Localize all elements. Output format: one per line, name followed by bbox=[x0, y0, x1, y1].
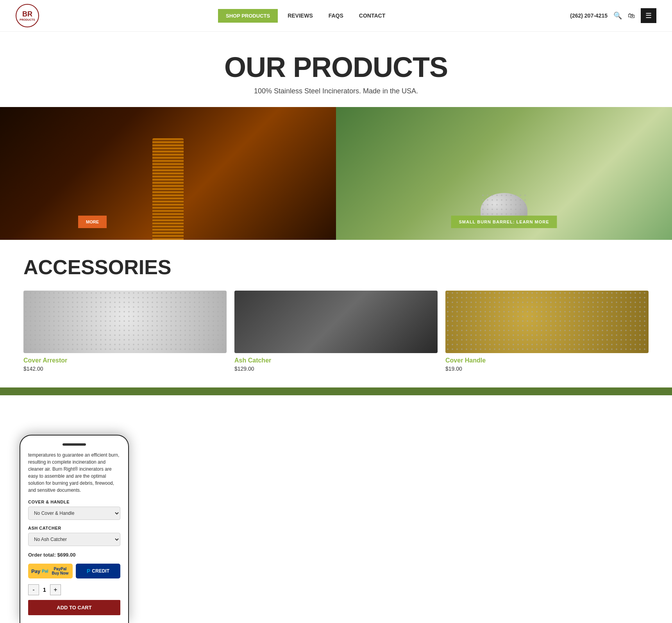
cart-icon[interactable]: 🛍 bbox=[628, 12, 635, 20]
green-footer-bar bbox=[0, 387, 672, 395]
nav-links: SHOP PRODUCTS REVIEWS FAQS CONTACT bbox=[218, 9, 391, 23]
navbar: BR PRODUCTS SHOP PRODUCTS REVIEWS FAQS C… bbox=[0, 0, 672, 32]
product-image-right: SMALL BURN BARREL: LEARN MORE bbox=[336, 107, 672, 240]
logo[interactable]: BR PRODUCTS bbox=[16, 4, 39, 27]
accessory-image-cover-handle bbox=[445, 291, 649, 353]
accessory-name-2: Cover Handle bbox=[445, 357, 649, 364]
accessory-card-cover-arrestor[interactable]: Cover Arrestor $142.00 bbox=[23, 291, 227, 372]
product-images-section: MORE SMALL BURN BARREL: LEARN MORE bbox=[0, 107, 672, 240]
menu-button[interactable]: ☰ bbox=[641, 8, 656, 23]
nav-faqs[interactable]: FAQS bbox=[323, 9, 349, 23]
logo-text: PRODUCTS bbox=[20, 18, 35, 21]
learn-more-left-button[interactable]: MORE bbox=[78, 216, 107, 228]
accessory-name-0: Cover Arrestor bbox=[23, 357, 227, 364]
accessory-name-1: Ash Catcher bbox=[234, 357, 438, 364]
nav-contact[interactable]: CONTACT bbox=[353, 9, 391, 23]
accessory-price-0: $142.00 bbox=[23, 366, 227, 372]
phone-number: (262) 207-4215 bbox=[570, 12, 608, 19]
page-title: OUR PRODUCTS bbox=[8, 51, 664, 83]
logo-br: BR bbox=[22, 10, 32, 18]
accessory-image-ash-catcher bbox=[234, 291, 438, 353]
nav-shop-products[interactable]: SHOP PRODUCTS bbox=[218, 9, 278, 23]
incinerator-tower-graphic bbox=[152, 138, 184, 240]
nav-right: (262) 207-4215 🔍 🛍 ☰ bbox=[570, 8, 656, 23]
accessories-section: ACCESSORIES Cover Arrestor $142.00 Ash C… bbox=[0, 240, 672, 387]
accessory-card-ash-catcher[interactable]: Ash Catcher $129.00 bbox=[234, 291, 438, 372]
nav-reviews[interactable]: REVIEWS bbox=[282, 9, 319, 23]
product-image-left: MORE bbox=[0, 107, 336, 240]
accessory-price-2: $19.00 bbox=[445, 366, 649, 372]
learn-more-right-button[interactable]: SMALL BURN BARREL: LEARN MORE bbox=[451, 216, 557, 228]
accessories-grid: Cover Arrestor $142.00 Ash Catcher $129.… bbox=[23, 291, 649, 372]
hero-section: OUR PRODUCTS 100% Stainless Steel Incine… bbox=[0, 32, 672, 107]
accessory-card-cover-handle[interactable]: Cover Handle $19.00 bbox=[445, 291, 649, 372]
accessories-title: ACCESSORIES bbox=[23, 255, 649, 279]
hero-subtitle: 100% Stainless Steel Incinerators. Made … bbox=[8, 87, 664, 95]
cover-handle-pattern bbox=[445, 291, 649, 353]
cover-arrestor-pattern bbox=[23, 291, 227, 353]
accessory-price-1: $129.00 bbox=[234, 366, 438, 372]
accessory-image-cover-arrestor bbox=[23, 291, 227, 353]
search-icon[interactable]: 🔍 bbox=[613, 11, 622, 20]
